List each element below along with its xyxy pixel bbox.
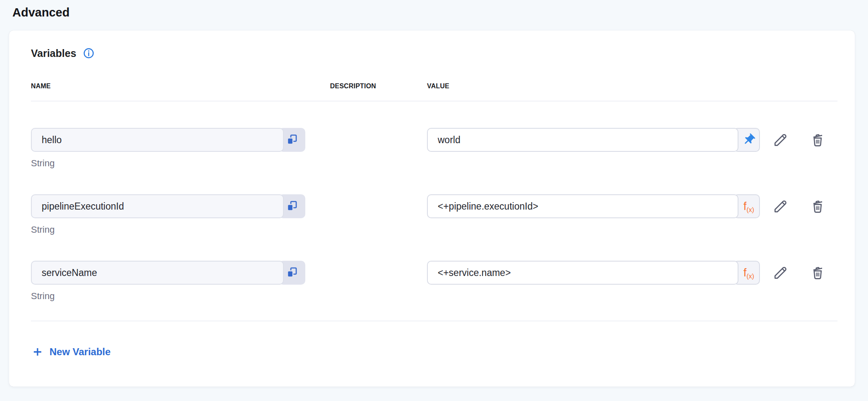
delete-icon[interactable] — [809, 261, 826, 285]
table-header: NAME DESCRIPTION VALUE — [31, 83, 837, 90]
table-row: String f(x) — [31, 194, 837, 235]
column-header-value: VALUE — [427, 83, 837, 90]
fx-f: f — [743, 200, 747, 213]
edit-icon[interactable] — [772, 261, 789, 285]
edit-icon[interactable] — [772, 128, 789, 152]
page-title: Advanced — [12, 6, 70, 19]
table-row: String f(x) — [31, 261, 837, 302]
variable-description — [330, 128, 427, 169]
new-variable-button[interactable]: New Variable — [31, 344, 111, 359]
variable-type-label: String — [31, 158, 330, 169]
variable-name-input[interactable] — [31, 261, 284, 285]
header-divider — [31, 101, 837, 101]
variable-value-input[interactable] — [427, 128, 738, 152]
column-header-description: DESCRIPTION — [330, 83, 427, 90]
variable-value-input[interactable] — [427, 194, 738, 218]
edit-icon[interactable] — [772, 194, 789, 218]
fx-sub: (x) — [746, 206, 754, 214]
fx-sub: (x) — [746, 273, 754, 280]
table-row: String — [31, 128, 837, 169]
variable-description — [330, 261, 427, 302]
variable-value-input[interactable] — [427, 261, 738, 285]
variables-title: Variables — [31, 47, 76, 59]
delete-icon[interactable] — [809, 194, 826, 218]
variable-description — [330, 194, 427, 235]
variables-panel: Variables NAME DESCRIPTION VALUE — [9, 31, 855, 387]
plus-icon — [32, 346, 43, 358]
new-variable-label: New Variable — [50, 346, 111, 358]
variable-name-input[interactable] — [31, 194, 284, 218]
fx-f: f — [743, 267, 747, 279]
info-icon[interactable] — [83, 47, 95, 59]
variable-name-input[interactable] — [31, 128, 284, 152]
footer-divider — [31, 321, 837, 321]
delete-icon[interactable] — [809, 128, 826, 152]
column-header-name: NAME — [31, 83, 330, 90]
variable-type-label: String — [31, 290, 330, 302]
variable-type-label: String — [31, 224, 330, 235]
